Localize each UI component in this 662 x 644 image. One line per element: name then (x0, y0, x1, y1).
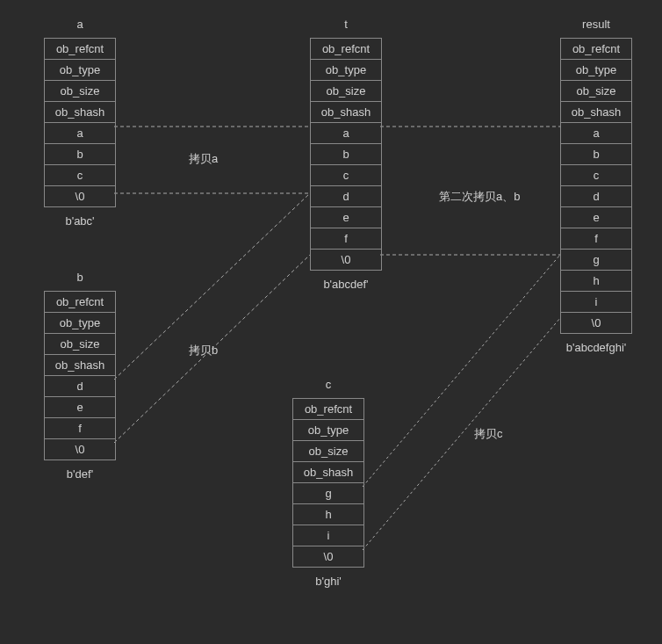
cell: ob_size (311, 81, 381, 102)
cell: d (561, 186, 631, 207)
cell: ob_shash (561, 102, 631, 123)
cell: ob_shash (45, 355, 115, 376)
struct-b-cells: ob_refcnt ob_type ob_size ob_shash d e f… (44, 291, 116, 460)
cell: i (561, 292, 631, 313)
struct-c-title: c (292, 378, 364, 391)
cell: ob_type (311, 60, 381, 81)
cell: h (561, 271, 631, 292)
struct-t-title: t (310, 18, 382, 31)
cell: e (561, 207, 631, 228)
struct-b: b ob_refcnt ob_type ob_size ob_shash d e… (44, 271, 116, 481)
cell: ob_size (561, 81, 631, 102)
annotation-copy-c: 拷贝c (474, 426, 503, 442)
cell: f (561, 228, 631, 250)
cell: ob_size (293, 441, 363, 462)
cell: ob_refcnt (45, 39, 115, 60)
struct-b-title: b (44, 271, 116, 284)
cell: d (311, 186, 381, 207)
cell: ob_refcnt (311, 39, 381, 60)
cell: \0 (45, 186, 115, 207)
annotation-copy-b: 拷贝b (189, 343, 218, 358)
cell: a (561, 123, 631, 144)
cell: c (561, 165, 631, 186)
struct-t: t ob_refcnt ob_type ob_size ob_shash a b… (310, 18, 382, 291)
struct-a: a ob_refcnt ob_type ob_size ob_shash a b… (44, 18, 116, 228)
cell: ob_type (45, 60, 115, 81)
struct-result-title: result (560, 18, 632, 31)
cell: g (293, 483, 363, 504)
cell: b (561, 144, 631, 165)
cell: ob_type (45, 313, 115, 334)
cell: d (45, 376, 115, 397)
cell: ob_shash (293, 462, 363, 483)
cell: b (45, 144, 115, 165)
cell: f (45, 418, 115, 439)
cell: a (45, 123, 115, 144)
svg-line-7 (363, 318, 560, 550)
cell: ob_size (45, 334, 115, 355)
cell: \0 (293, 546, 363, 568)
cell: ob_shash (311, 102, 381, 123)
cell: f (311, 228, 381, 250)
struct-a-cells: ob_refcnt ob_type ob_size ob_shash a b c… (44, 38, 116, 207)
cell: ob_type (561, 60, 631, 81)
cell: ob_size (45, 81, 115, 102)
struct-t-footer: b'abcdef' (310, 278, 382, 291)
annotation-copy-a: 拷贝a (189, 151, 218, 167)
struct-c-footer: b'ghi' (292, 575, 364, 588)
cell: ob_refcnt (293, 399, 363, 420)
cell: e (45, 397, 115, 418)
struct-c-cells: ob_refcnt ob_type ob_size ob_shash g h i… (292, 398, 364, 568)
cell: \0 (561, 313, 631, 334)
struct-t-cells: ob_refcnt ob_type ob_size ob_shash a b c… (310, 38, 382, 271)
cell: g (561, 250, 631, 271)
cell: h (293, 504, 363, 525)
cell: ob_type (293, 420, 363, 441)
cell: ob_refcnt (561, 39, 631, 60)
struct-b-footer: b'def' (44, 467, 116, 481)
svg-line-6 (363, 255, 560, 487)
struct-c: c ob_refcnt ob_type ob_size ob_shash g h… (292, 378, 364, 588)
cell: \0 (311, 250, 381, 271)
struct-result: result ob_refcnt ob_type ob_size ob_shas… (560, 18, 632, 354)
cell: \0 (45, 439, 115, 460)
struct-a-title: a (44, 18, 116, 31)
cell: ob_refcnt (45, 292, 115, 313)
cell: e (311, 207, 381, 228)
annotation-copy-ab-second: 第二次拷贝a、b (439, 189, 520, 205)
cell: b (311, 144, 381, 165)
struct-result-footer: b'abcdefghi' (560, 341, 632, 354)
cell: c (45, 165, 115, 186)
struct-result-cells: ob_refcnt ob_type ob_size ob_shash a b c… (560, 38, 632, 334)
cell: a (311, 123, 381, 144)
struct-a-footer: b'abc' (44, 214, 116, 228)
cell: c (311, 165, 381, 186)
cell: i (293, 525, 363, 546)
cell: ob_shash (45, 102, 115, 123)
